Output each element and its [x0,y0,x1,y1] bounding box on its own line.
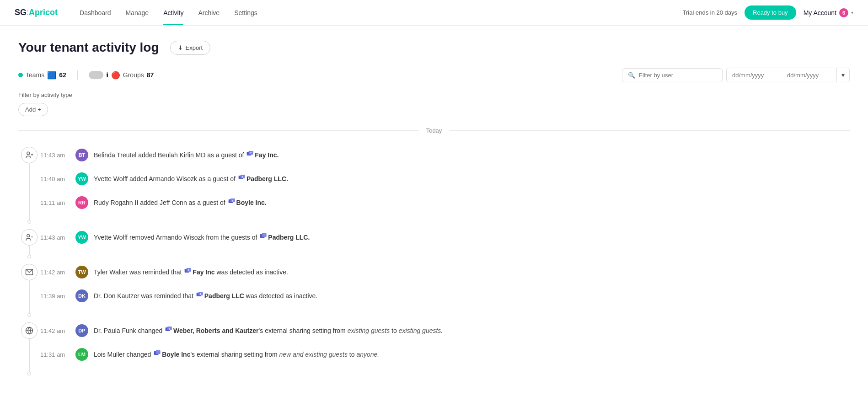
activity-time: 11:40 am [40,176,70,182]
teams-ms-logo: T [260,232,267,240]
groups-label: Groups [123,71,144,79]
teams-ms-logo: T [165,326,172,333]
activity-entry: 11:40 amYWYvette Wolff added Armando Wis… [40,167,850,191]
timeline-dot [27,372,31,375]
svg-point-0 [27,152,30,155]
add-filter-button[interactable]: Add + [18,103,48,116]
nav-settings[interactable]: Settings [234,1,257,25]
svg-text:T: T [251,152,252,155]
teams-ms-logo: T [196,291,204,298]
nav-archive[interactable]: Archive [198,1,220,25]
user-avatar: RR [75,196,88,209]
activity-time: 11:42 am [40,327,70,334]
entries-col: 11:43 amYWYvette Wolff removed Armando W… [40,225,850,260]
nav-activity[interactable]: Activity [163,1,183,25]
activity-text: Rudy Rogahn II added Jeff Conn as a gues… [94,198,267,208]
activity-time: 11:42 am [40,269,70,276]
activity-text: Lois Muller changed TBoyle Inc's externa… [94,349,379,359]
search-input[interactable] [639,72,717,79]
teams-count: 62 [59,71,66,79]
svg-text:T: T [264,235,265,237]
user-avatar: YW [75,231,88,244]
search-box: 🔍 [622,68,723,82]
teams-ms-logo: T [154,349,161,357]
timeline-dot [27,220,31,224]
ready-to-buy-button[interactable]: Ready to buy [745,5,796,20]
teams-ms-logo: T [238,174,246,181]
teams-ms-icon: 🟦 [47,71,56,80]
page-header: Your tenant activity log ⬇ Export [18,40,850,55]
logo-apricot: Apricot [29,8,58,17]
svg-text:T: T [188,269,190,272]
entries-col: 11:42 amDPDr. Paula Funk changed TWeber,… [40,319,850,377]
activity-entry: 11:42 amDPDr. Paula Funk changed TWeber,… [40,319,850,343]
navbar: SG : Apricot Dashboard Manage Activity A… [0,0,868,26]
svg-text:T: T [169,328,170,330]
svg-text:T: T [157,352,159,354]
page-title: Your tenant activity log [18,40,159,55]
activity-group-globe: 11:42 amDPDr. Paula Funk changed TWeber,… [18,319,850,377]
export-button[interactable]: ⬇ Export [170,41,211,55]
groups-count: 87 [147,71,154,79]
my-account[interactable]: My Account 6 ▾ [804,8,853,17]
email-icon [21,264,38,280]
activity-filter: Filter by activity type Add + [18,91,850,116]
activity-text: Yvette Wolff removed Armando Wisozk from… [94,232,310,242]
remove-guest-icon [21,229,38,246]
activity-text: Yvette Wolff added Armando Wisozk as a g… [94,174,288,184]
entries-col: 11:42 amTWTyler Walter was reminded that… [40,260,850,319]
timeline-line [29,339,30,372]
main-content: Your tenant activity log ⬇ Export Teams … [0,26,868,392]
activity-group-email: 11:42 amTWTyler Walter was reminded that… [18,260,850,319]
date-to-input[interactable] [782,69,836,82]
activity-entry: 11:39 amDKDr. Don Kautzer was reminded t… [40,284,850,308]
search-icon: 🔍 [628,72,635,79]
divider-line-right [449,130,850,131]
timeline-dot [27,313,31,317]
timeline-line [29,163,30,220]
teams-ms-logo: T [184,267,192,274]
divider-line-left [18,130,419,131]
svg-text:T: T [200,293,201,295]
nav-dashboard[interactable]: Dashboard [80,1,111,25]
date-range: ▾ [726,68,850,82]
user-avatar: LM [75,348,88,361]
nav-right: Trial ends in 20 days Ready to buy My Ac… [683,5,853,20]
filter-left: Teams 🟦 62 ℹ 🔴 Groups 87 [18,70,622,80]
add-guest-icon [21,147,38,163]
groups-info-icon: ℹ [106,71,108,79]
export-icon: ⬇ [178,44,183,51]
activity-time: 11:43 am [40,234,70,241]
today-label: Today [426,127,442,134]
filters-row: Teams 🟦 62 ℹ 🔴 Groups 87 🔍 ▾ [18,68,850,82]
activity-time: 11:39 am [40,293,70,300]
logo-sg: SG [15,8,27,17]
date-caret-icon[interactable]: ▾ [836,68,849,82]
activity-text: Tyler Walter was reminded that TFay Inc … [94,267,288,277]
my-account-label: My Account [804,9,836,16]
user-avatar: YW [75,172,88,185]
activity-text: Belinda Treutel added Beulah Kirlin MD a… [94,150,279,160]
nav-manage[interactable]: Manage [126,1,149,25]
svg-text:T: T [232,200,233,202]
section-divider: Today [18,127,850,134]
teams-label: Teams [26,71,44,79]
filter-divider [77,70,78,80]
teams-ms-logo: T [228,198,236,205]
trial-text: Trial ends in 20 days [683,9,737,16]
activity-entry: 11:11 amRRRudy Rogahn II added Jeff Conn… [40,191,850,214]
svg-point-12 [27,234,30,237]
timeline-line [29,246,30,255]
entries-col: 11:43 amBTBelinda Treutel added Beulah K… [40,143,850,225]
chevron-down-icon: ▾ [851,10,853,15]
groups-toggle[interactable] [89,71,103,79]
activity-group-remove-guest: 11:43 amYWYvette Wolff removed Armando W… [18,225,850,260]
activity-icon-col [18,143,40,225]
activity-entry: 11:31 amLMLois Muller changed TBoyle Inc… [40,343,850,366]
timeline-dot [27,255,31,258]
date-from-input[interactable] [727,69,782,82]
groups-indicator: ℹ 🔴 Groups 87 [89,71,154,80]
user-avatar: TW [75,266,88,278]
activity-entry: 11:42 amTWTyler Walter was reminded that… [40,260,850,284]
activity-entry: 11:43 amYWYvette Wolff removed Armando W… [40,225,850,249]
